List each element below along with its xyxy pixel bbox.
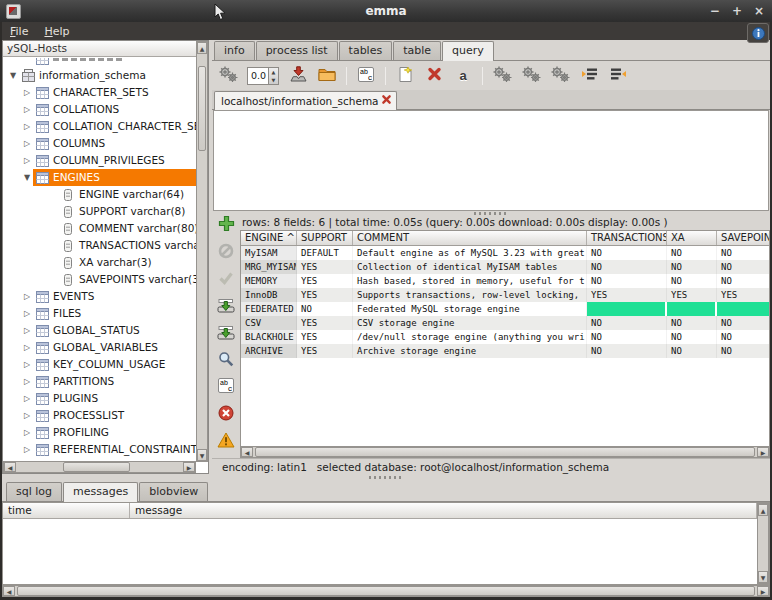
result-row-federated[interactable]: FEDERATEDNOFederated MySQL storage engin… xyxy=(241,302,769,316)
scroll-left-icon[interactable]: ◀ xyxy=(4,462,16,472)
cell-xa[interactable] xyxy=(667,302,717,316)
tree-item-files[interactable]: ▷FILES xyxy=(3,305,196,322)
scroll-right-icon[interactable]: ▶ xyxy=(757,447,769,457)
tree-item-collations[interactable]: ▷COLLATIONS xyxy=(3,101,196,118)
cell-savepoints[interactable]: YES xyxy=(717,288,770,302)
expand-icon[interactable]: ▷ xyxy=(21,390,33,407)
tab-messages[interactable]: messages xyxy=(63,482,138,502)
add-row-button[interactable] xyxy=(216,217,236,233)
cell-engine[interactable]: CSV xyxy=(241,316,297,330)
new-tab-button[interactable] xyxy=(395,65,415,87)
cell-transactions[interactable]: YES xyxy=(587,288,667,302)
scroll-up-icon[interactable]: ▲ xyxy=(197,42,207,54)
scroll-down-icon[interactable]: ▼ xyxy=(758,571,768,583)
limit-spinbox[interactable]: 0.0▲▼ xyxy=(247,67,279,85)
cell-support[interactable]: NO xyxy=(297,302,353,316)
log-horizontal-scrollbar[interactable]: ◀ ▶ xyxy=(2,585,770,597)
result-row-myisam[interactable]: MyISAMDEFAULTDefault engine as of MySQL … xyxy=(241,246,769,260)
tree-item-support-varchar-8[interactable]: SUPPORT varchar(8) xyxy=(3,203,196,220)
tree-item-information-schema[interactable]: ▼information_schema xyxy=(3,67,196,84)
show-warnings-button[interactable] xyxy=(216,433,236,449)
import-first-button[interactable] xyxy=(216,298,236,314)
cell-comment[interactable]: Default engine as of MySQL 3.23 with gre… xyxy=(353,246,587,260)
results-horizontal-scrollbar[interactable]: ◀ ▶ xyxy=(240,446,770,458)
tree-item-plugins[interactable]: ▷PLUGINS xyxy=(3,390,196,407)
delete-row-button[interactable] xyxy=(216,244,236,260)
result-row-archive[interactable]: ARCHIVEYESArchive storage engineNONONO xyxy=(241,344,769,358)
expand-icon[interactable]: ▷ xyxy=(21,407,33,424)
scrollbar-thumb[interactable] xyxy=(255,447,755,457)
collapse-icon[interactable]: ▼ xyxy=(7,67,19,84)
cell-comment[interactable]: Supports transactions, row-level locking… xyxy=(353,288,587,302)
tab-table[interactable]: table xyxy=(393,41,441,60)
cell-engine[interactable]: InnoDB xyxy=(241,288,297,302)
cell-engine[interactable]: MEMORY xyxy=(241,274,297,288)
tree-item-xa-varchar-3[interactable]: XA varchar(3) xyxy=(3,254,196,271)
tree-item-columns[interactable]: ▷COLUMNS xyxy=(3,135,196,152)
run-selection-button[interactable] xyxy=(550,65,570,87)
menu-file[interactable]: File xyxy=(2,23,36,40)
cell-xa[interactable]: NO xyxy=(667,344,717,358)
column-header-comment[interactable]: COMMENT xyxy=(353,231,587,245)
cell-comment[interactable]: Archive storage engine xyxy=(353,344,587,358)
indent-button[interactable] xyxy=(579,65,599,87)
scroll-left-icon[interactable]: ◀ xyxy=(3,586,15,596)
cell-savepoints[interactable]: NO xyxy=(717,274,770,288)
maximize-button[interactable]: + xyxy=(732,0,742,22)
search-button[interactable] xyxy=(216,352,236,368)
tree-item-profiling[interactable]: ▷PROFILING xyxy=(3,424,196,441)
cell-xa[interactable]: NO xyxy=(667,246,717,260)
scroll-right-icon[interactable]: ▶ xyxy=(757,586,769,596)
expand-icon[interactable]: ▷ xyxy=(21,441,33,458)
run-all-button[interactable] xyxy=(492,65,512,87)
scroll-left-icon[interactable]: ◀ xyxy=(241,447,253,457)
cell-comment[interactable]: /dev/null storage engine (anything you w… xyxy=(353,330,587,344)
outdent-button[interactable] xyxy=(608,65,628,87)
cell-engine[interactable]: ARCHIVE xyxy=(241,344,297,358)
result-row-csv[interactable]: CSVYESCSV storage engineNONONO xyxy=(241,316,769,330)
cell-support[interactable]: YES xyxy=(297,316,353,330)
expand-icon[interactable]: ▷ xyxy=(21,84,33,101)
cell-transactions[interactable]: NO xyxy=(587,344,667,358)
tab-tables[interactable]: tables xyxy=(339,41,393,60)
cell-support[interactable]: YES xyxy=(297,288,353,302)
column-header-savepoints[interactable]: SAVEPOINTS xyxy=(717,231,770,245)
result-row-innodb[interactable]: InnoDBYESSupports transactions, row-leve… xyxy=(241,288,769,302)
tree-item-global-variables[interactable]: ▷GLOBAL_VARIABLES xyxy=(3,339,196,356)
tree-item-savepoints-varchar-3[interactable]: SAVEPOINTS varchar(3) xyxy=(3,271,196,288)
result-row-blackhole[interactable]: BLACKHOLEYES/dev/null storage engine (an… xyxy=(241,330,769,344)
messages-table-body[interactable] xyxy=(3,519,757,584)
column-header-support[interactable]: SUPPORT xyxy=(297,231,353,245)
tree-item-column-privileges[interactable]: ▷COLUMN_PRIVILEGES xyxy=(3,152,196,169)
tab-info[interactable]: info xyxy=(214,41,255,60)
log-column-header-message[interactable]: message xyxy=(130,503,757,518)
tree-item-key-column-usage[interactable]: ▷KEY_COLUMN_USAGE xyxy=(3,356,196,373)
tree-item-global-status[interactable]: ▷GLOBAL_STATUS xyxy=(3,322,196,339)
expand-icon[interactable]: ▷ xyxy=(21,356,33,373)
cell-comment[interactable]: Federated MySQL storage engine xyxy=(353,302,587,316)
close-button[interactable]: × xyxy=(754,0,764,22)
query-connection-tab[interactable]: localhost/information_schema xyxy=(214,91,397,110)
scrollbar-thumb[interactable] xyxy=(17,586,755,596)
cell-xa[interactable]: NO xyxy=(667,260,717,274)
cell-transactions[interactable] xyxy=(587,302,667,316)
log-column-header-time[interactable]: time xyxy=(3,503,130,518)
cell-xa[interactable]: NO xyxy=(667,316,717,330)
expand-icon[interactable]: ▷ xyxy=(21,118,33,135)
expand-icon[interactable]: ▷ xyxy=(21,152,33,169)
cell-engine[interactable]: MRG_MYISAM xyxy=(241,260,297,274)
cell-comment[interactable]: CSV storage engine xyxy=(353,316,587,330)
collapse-icon[interactable]: ▼ xyxy=(21,169,33,186)
tree-item-collation-character-set[interactable]: ▷COLLATION_CHARACTER_SET_ xyxy=(3,118,196,135)
tab-query[interactable]: query xyxy=(442,41,494,61)
cell-savepoints[interactable]: NO xyxy=(717,316,770,330)
tree-item-processlist[interactable]: ▷PROCESSLIST xyxy=(3,407,196,424)
tree-item-engines[interactable]: ▼ENGINES xyxy=(3,169,196,186)
cell-transactions[interactable]: NO xyxy=(587,246,667,260)
cell-transactions[interactable]: NO xyxy=(587,330,667,344)
expand-icon[interactable]: ▷ xyxy=(21,288,33,305)
cell-savepoints[interactable]: NO xyxy=(717,344,770,358)
expand-icon[interactable]: ▷ xyxy=(21,135,33,152)
tab-process-list[interactable]: process list xyxy=(256,41,338,60)
cell-engine[interactable]: BLACKHOLE xyxy=(241,330,297,344)
